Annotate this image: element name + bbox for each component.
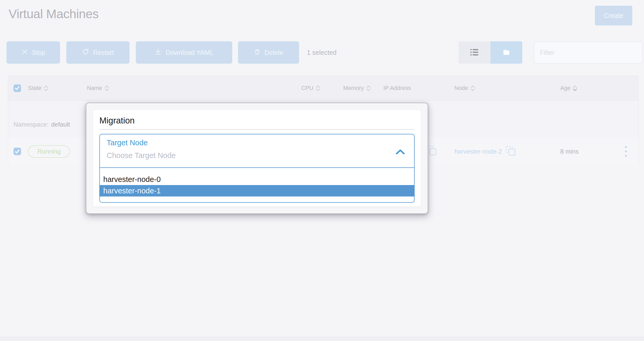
status-badge: Running [28, 145, 70, 158]
migration-modal-card: Migration Target Node Choose Target Node… [93, 110, 421, 207]
copy-icon[interactable] [505, 145, 516, 158]
restart-button-label: Restart [93, 49, 114, 56]
target-node-label: Target Node [107, 139, 414, 147]
column-header-age[interactable]: Age [549, 85, 608, 91]
view-mode-toggle [459, 41, 522, 64]
stop-button[interactable]: Stop [7, 41, 60, 64]
node-link[interactable]: harvester-node-2 [454, 145, 516, 158]
row-menu-button[interactable] [620, 146, 627, 157]
selected-count: 1 selected [307, 41, 337, 64]
chevron-up-icon [395, 149, 405, 156]
sort-icon [316, 86, 320, 91]
list-icon [470, 48, 479, 57]
delete-button-label: Delete [265, 49, 283, 56]
modal-title: Migration [99, 116, 415, 126]
page-title: Virtual Machines [9, 7, 99, 21]
option-harvester-node-1[interactable]: harvester-node-1 [100, 185, 414, 196]
download-icon [154, 48, 162, 57]
row-checkbox[interactable] [14, 148, 21, 155]
target-node-select[interactable]: Target Node Choose Target Node [99, 134, 415, 168]
download-yaml-button-label: Download YAML [166, 49, 214, 56]
column-header-ip-address[interactable]: IP Address [374, 85, 439, 91]
virtual-machines-page: Virtual Machines Create Stop Restart Dow… [0, 0, 644, 341]
footer-bar [0, 337, 644, 341]
target-node-placeholder: Choose Target Node [107, 151, 414, 160]
column-header-node[interactable]: Node [439, 85, 549, 91]
table-header-row: State Name CPU [8, 76, 638, 101]
column-header-name[interactable]: Name [85, 85, 290, 91]
modal-divider [99, 129, 415, 130]
target-node-option-list: harvester-node-0 harvester-node-1 [99, 168, 415, 203]
create-button[interactable]: Create [595, 6, 632, 25]
delete-button[interactable]: Delete [238, 41, 299, 64]
filter-input[interactable] [534, 41, 643, 64]
namespace-label: Namespace: [14, 121, 49, 128]
migration-modal: Migration Target Node Choose Target Node… [86, 103, 428, 214]
refresh-icon [82, 48, 89, 57]
option-harvester-node-0[interactable]: harvester-node-0 [100, 174, 414, 185]
trash-icon [254, 48, 261, 57]
column-header-memory[interactable]: Memory [322, 85, 374, 91]
view-list-button[interactable] [459, 41, 491, 64]
namespace-value: default [51, 121, 70, 128]
age-value: 8 mins [560, 148, 579, 155]
column-header-cpu[interactable]: CPU [290, 85, 322, 91]
sort-icon [366, 86, 371, 91]
sort-icon [471, 86, 475, 91]
view-grouped-button[interactable] [491, 41, 523, 64]
toolbar: Stop Restart Download YAML Delete 1 sele… [0, 41, 644, 64]
sort-icon [105, 86, 109, 91]
column-header-state[interactable]: State [26, 85, 85, 91]
stop-button-label: Stop [32, 49, 45, 56]
restart-button[interactable]: Restart [66, 41, 130, 64]
sort-icon-descending [573, 86, 577, 91]
x-icon [21, 48, 28, 57]
select-all-checkbox[interactable] [14, 84, 21, 92]
sort-icon [44, 86, 48, 91]
download-yaml-button[interactable]: Download YAML [136, 41, 232, 64]
folder-icon [502, 48, 511, 57]
